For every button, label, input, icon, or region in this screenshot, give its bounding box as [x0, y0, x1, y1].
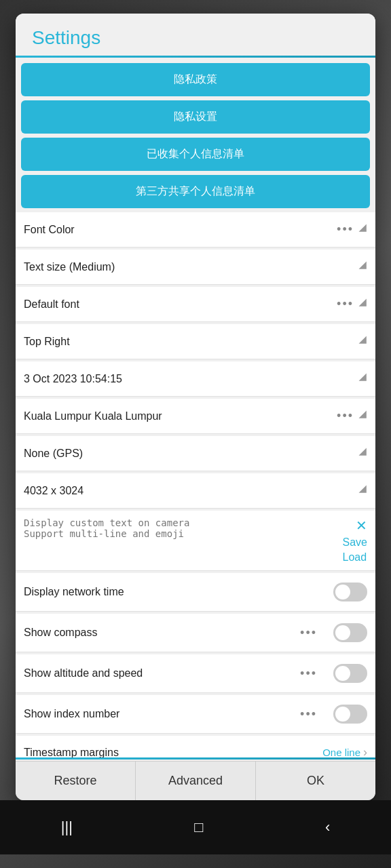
timestamp-arrow — [359, 373, 371, 384]
location-arrow — [359, 410, 371, 422]
nav-menu-icon[interactable]: ||| — [61, 818, 73, 836]
settings-dialog: Settings 隐私政策 隐私设置 已收集个人信息清单 第三方共享个人信息清单… — [16, 14, 375, 800]
default-font-arrow — [359, 298, 371, 310]
timestamp-margins-row[interactable]: Timestamp margins One line › — [16, 736, 375, 757]
custom-text-row: ✕ Save Load — [16, 511, 375, 571]
timestamp-label: 3 Oct 2023 10:54:15 — [24, 373, 359, 385]
privacy-policy-button[interactable]: 隐私政策 — [21, 63, 370, 96]
timestamp-margins-label: Timestamp margins — [24, 747, 322, 758]
collected-info-button[interactable]: 已收集个人信息清单 — [21, 138, 370, 171]
default-font-label: Default font — [24, 298, 337, 311]
gps-arrow — [359, 448, 371, 459]
position-arrow — [359, 336, 371, 347]
display-network-time-row: Display network time — [16, 573, 375, 612]
show-altitude-dots[interactable]: ••• — [300, 667, 317, 681]
show-altitude-row: Show altitude and speed ••• — [16, 654, 375, 693]
show-index-label: Show index number — [24, 708, 300, 720]
show-compass-dots[interactable]: ••• — [300, 626, 317, 640]
show-altitude-label: Show altitude and speed — [24, 667, 300, 679]
bottom-divider — [16, 757, 375, 760]
timestamp-margins-chevron: › — [363, 745, 367, 757]
text-size-label: Text size (Medium) — [24, 261, 359, 273]
header-divider — [16, 56, 375, 58]
default-font-dots[interactable]: ••• — [337, 297, 354, 311]
location-label: Kuala Lumpur Kuala Lumpur — [24, 410, 337, 422]
show-altitude-toggle[interactable] — [333, 664, 367, 683]
resolution-row[interactable]: 4032 x 3024 — [16, 473, 375, 509]
advanced-button[interactable]: Advanced — [136, 762, 256, 800]
show-index-dots[interactable]: ••• — [300, 707, 317, 722]
save-load-col: Save Load — [343, 536, 367, 564]
position-label: Top Right — [24, 336, 359, 348]
gps-row[interactable]: None (GPS) — [16, 436, 375, 471]
show-index-toggle[interactable] — [333, 705, 367, 724]
privacy-settings-button[interactable]: 隐私设置 — [21, 100, 370, 134]
position-row[interactable]: Top Right — [16, 324, 375, 359]
third-party-info-button[interactable]: 第三方共享个人信息清单 — [21, 175, 370, 208]
bottom-bar: Restore Advanced OK — [16, 761, 375, 800]
nav-home-icon[interactable]: □ — [194, 818, 203, 836]
timestamp-row[interactable]: 3 Oct 2023 10:54:15 — [16, 361, 375, 397]
save-button[interactable]: Save — [343, 536, 367, 549]
display-network-time-label: Display network time — [24, 586, 333, 598]
custom-text-input[interactable] — [24, 517, 337, 551]
nav-bar: ||| □ ‹ — [0, 800, 391, 854]
show-index-row: Show index number ••• — [16, 695, 375, 734]
nav-back-icon[interactable]: ‹ — [325, 818, 330, 836]
show-compass-toggle[interactable] — [333, 623, 367, 642]
resolution-arrow — [359, 485, 371, 496]
text-size-row[interactable]: Text size (Medium) — [16, 250, 375, 285]
font-color-arrow — [359, 224, 371, 235]
display-network-time-toggle[interactable] — [333, 583, 367, 601]
gps-label: None (GPS) — [24, 448, 359, 460]
timestamp-margins-value: One line — [322, 747, 360, 757]
custom-text-actions: ✕ Save Load — [343, 517, 367, 564]
font-color-dots[interactable]: ••• — [337, 222, 354, 237]
show-compass-label: Show compass — [24, 627, 300, 639]
ok-button[interactable]: OK — [256, 762, 375, 800]
font-color-label: Font Color — [24, 224, 337, 236]
custom-text-close-button[interactable]: ✕ — [356, 517, 367, 534]
font-color-row[interactable]: Font Color ••• — [16, 212, 375, 248]
text-size-arrow — [359, 261, 371, 273]
dialog-title: Settings — [32, 27, 359, 49]
location-dots[interactable]: ••• — [337, 409, 354, 423]
resolution-label: 4032 x 3024 — [24, 485, 359, 497]
load-button[interactable]: Load — [343, 551, 367, 564]
default-font-row[interactable]: Default font ••• — [16, 287, 375, 322]
dialog-header: Settings — [16, 14, 375, 56]
restore-button[interactable]: Restore — [16, 762, 136, 800]
dialog-body: 隐私政策 隐私设置 已收集个人信息清单 第三方共享个人信息清单 Font Col… — [16, 59, 375, 757]
show-compass-row: Show compass ••• — [16, 614, 375, 652]
location-row[interactable]: Kuala Lumpur Kuala Lumpur ••• — [16, 399, 375, 434]
